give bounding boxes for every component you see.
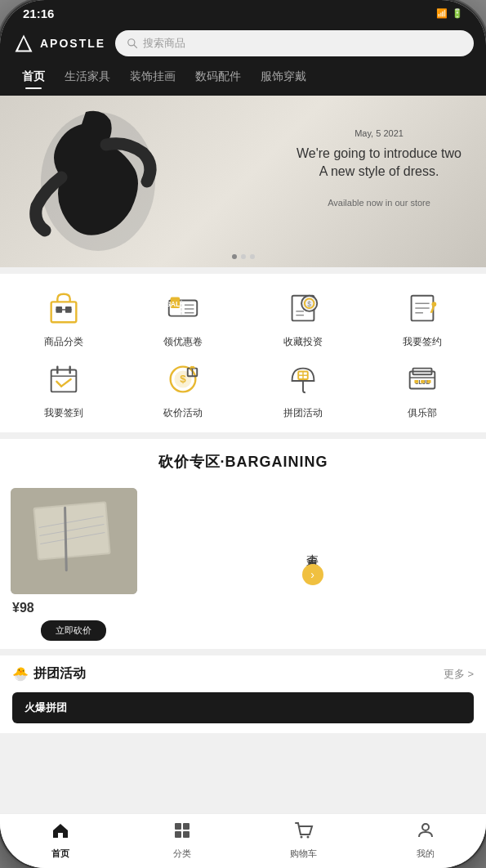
battery-icon: 🔋 bbox=[452, 8, 463, 19]
group-emoji: 🐣 bbox=[12, 666, 29, 682]
cat-item-coupon[interactable]: SALE 领优惠卷 bbox=[127, 286, 239, 349]
cat-label-group: 拼团活动 bbox=[283, 406, 323, 420]
nav-tab-clothing[interactable]: 服饰穿戴 bbox=[251, 66, 316, 87]
svg-rect-56 bbox=[175, 823, 181, 830]
svg-text:$: $ bbox=[307, 300, 311, 308]
see-more-text: 查看更多 bbox=[303, 544, 322, 557]
banner-text-area: May, 5 2021 We're going to introduce two… bbox=[297, 128, 461, 208]
svg-rect-27 bbox=[51, 370, 77, 392]
group-header: 🐣 拼团活动 更多 > bbox=[12, 665, 474, 682]
cat-item-collect[interactable]: $ 收藏投资 bbox=[247, 286, 359, 349]
cart-label: 购物车 bbox=[290, 848, 317, 860]
cat-label-coupon: 领优惠卷 bbox=[163, 335, 203, 349]
group-preview-text: 火爆拼团 bbox=[25, 701, 67, 714]
cat-label-shopping: 商品分类 bbox=[44, 335, 83, 349]
nav-tab-furniture[interactable]: 生活家具 bbox=[55, 66, 120, 87]
nav-tab-home[interactable]: 首页 bbox=[12, 66, 55, 87]
dot-2 bbox=[241, 254, 246, 259]
apostle-logo-icon bbox=[12, 32, 35, 55]
svg-rect-51 bbox=[34, 503, 109, 558]
see-more-panel[interactable]: 查看更多 › bbox=[147, 488, 478, 641]
nav-tabs: 首页 生活家具 装饰挂画 数码配件 服饰穿戴 bbox=[0, 66, 486, 96]
product-price: ¥98 bbox=[8, 601, 34, 615]
bargain-icon: $ bbox=[164, 360, 202, 398]
status-icons: 📶 🔋 bbox=[436, 8, 463, 19]
svg-rect-5 bbox=[51, 302, 77, 322]
content-scroll[interactable]: May, 5 2021 We're going to introduce two… bbox=[0, 96, 486, 813]
category-label: 分类 bbox=[173, 848, 191, 860]
banner-dots bbox=[232, 254, 255, 259]
cat-label-sign: 我要签约 bbox=[403, 335, 442, 349]
phone-screen: 21:16 📶 🔋 APOSTLE 搜索商品 bbox=[0, 0, 486, 868]
search-icon bbox=[127, 38, 138, 49]
banner-figure bbox=[16, 104, 180, 259]
status-time: 21:16 bbox=[23, 7, 54, 20]
bottom-nav-profile[interactable]: 我的 bbox=[364, 814, 486, 868]
grid-icon bbox=[172, 821, 192, 845]
group-preview: 火爆拼团 bbox=[12, 692, 474, 723]
cat-item-bargain[interactable]: $ 砍价活动 bbox=[127, 357, 239, 420]
cat-item-shopping[interactable]: 商品分类 bbox=[8, 286, 119, 349]
banner-subtitle: Available now in our store bbox=[297, 198, 461, 208]
cat-item-club[interactable]: CLUB 俱乐部 bbox=[367, 357, 478, 420]
svg-point-61 bbox=[306, 836, 309, 839]
svg-rect-58 bbox=[175, 831, 181, 838]
svg-rect-48 bbox=[427, 380, 431, 383]
cat-label-checkin: 我要签到 bbox=[44, 406, 83, 420]
bottom-nav: 首页 分类 bbox=[0, 813, 486, 868]
bargain-product-section: ¥98 立即砍价 查看更多 › bbox=[0, 480, 486, 649]
logo-area: APOSTLE bbox=[12, 32, 105, 55]
see-more-arrow-icon[interactable]: › bbox=[302, 564, 323, 585]
shopping-bag-icon bbox=[45, 289, 82, 327]
coupon-icon: SALE bbox=[164, 289, 202, 327]
svg-line-3 bbox=[134, 45, 137, 48]
checkin-icon bbox=[45, 360, 82, 398]
collect-icon: $ bbox=[284, 289, 322, 327]
cat-label-bargain: 砍价活动 bbox=[163, 406, 203, 420]
product-image bbox=[11, 488, 137, 594]
svg-point-60 bbox=[300, 836, 302, 839]
category-grid: 商品分类 SALE bbox=[0, 274, 486, 432]
home-label: 首页 bbox=[51, 848, 69, 860]
search-placeholder: 搜索商品 bbox=[143, 36, 185, 51]
group-icon bbox=[284, 360, 322, 398]
svg-point-62 bbox=[422, 824, 429, 830]
svg-rect-46 bbox=[414, 380, 418, 383]
cat-label-club: 俱乐部 bbox=[408, 406, 437, 420]
home-icon bbox=[51, 821, 70, 845]
bottom-nav-category[interactable]: 分类 bbox=[122, 814, 243, 868]
bargain-product: ¥98 立即砍价 bbox=[8, 488, 139, 641]
svg-line-32 bbox=[61, 379, 71, 387]
bottom-nav-cart[interactable]: 购物车 bbox=[243, 814, 365, 868]
cat-item-sign[interactable]: 我要签约 bbox=[367, 286, 478, 349]
search-bar[interactable]: 搜索商品 bbox=[115, 30, 474, 56]
cat-label-collect: 收藏投资 bbox=[283, 335, 323, 349]
bargain-section-title: 砍价专区·BARGAINING bbox=[0, 439, 486, 480]
svg-text:$: $ bbox=[181, 373, 187, 385]
logo-text: APOSTLE bbox=[40, 37, 105, 50]
svg-rect-57 bbox=[183, 823, 189, 830]
svg-point-26 bbox=[431, 302, 436, 306]
nav-tab-decor[interactable]: 装饰挂画 bbox=[120, 66, 185, 87]
svg-line-31 bbox=[57, 382, 62, 387]
cat-item-checkin[interactable]: 我要签到 bbox=[8, 357, 119, 420]
header: APOSTLE 搜索商品 bbox=[0, 24, 486, 66]
banner-date: May, 5 2021 bbox=[297, 128, 461, 138]
svg-rect-59 bbox=[183, 831, 189, 838]
banner-title: We're going to introduce two A new style… bbox=[297, 145, 461, 181]
status-bar: 21:16 📶 🔋 bbox=[0, 0, 486, 24]
cart-icon bbox=[294, 821, 314, 845]
profile-label: 我的 bbox=[417, 848, 435, 860]
cat-item-group[interactable]: 拼团活动 bbox=[247, 357, 359, 420]
nav-tab-digital[interactable]: 数码配件 bbox=[185, 66, 251, 87]
bottom-nav-home[interactable]: 首页 bbox=[0, 814, 122, 868]
group-title: 🐣 拼团活动 bbox=[12, 665, 86, 682]
sign-icon bbox=[404, 289, 441, 327]
dot-3 bbox=[250, 254, 255, 259]
club-icon: CLUB bbox=[404, 360, 441, 398]
dot-1 bbox=[232, 254, 237, 259]
group-more-link[interactable]: 更多 > bbox=[444, 667, 474, 682]
bargain-button[interactable]: 立即砍价 bbox=[41, 620, 106, 641]
banner: May, 5 2021 We're going to introduce two… bbox=[0, 96, 486, 267]
svg-rect-47 bbox=[421, 380, 425, 383]
